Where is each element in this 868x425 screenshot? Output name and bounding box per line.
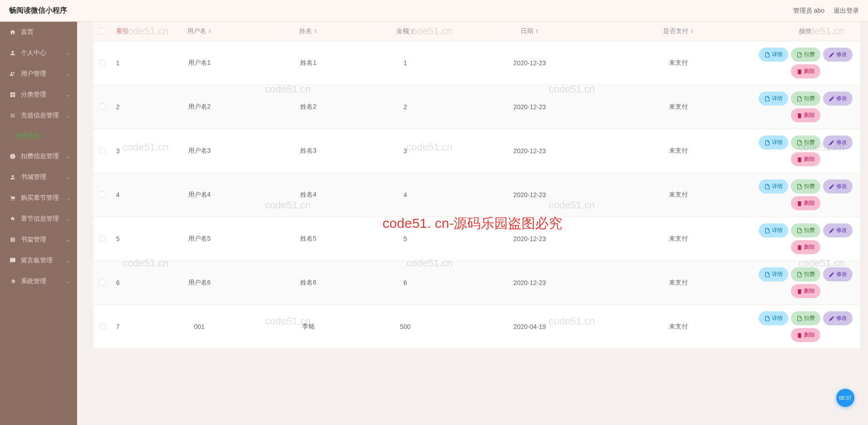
detail-button[interactable]: 详情 — [759, 135, 788, 150]
sort-icon: ▲▼ — [314, 29, 317, 34]
col-name[interactable]: 姓名▲▼ — [260, 22, 357, 41]
deduct-button[interactable]: 扣费 — [791, 311, 820, 325]
sidebar-item-home[interactable]: 首页 — [0, 22, 77, 43]
detail-button[interactable]: 详情 — [759, 223, 788, 237]
cell-username: 用户名1 — [139, 41, 260, 85]
cell-date: 2020-12-23 — [454, 129, 606, 173]
cell-paid: 未支付 — [605, 85, 751, 129]
sidebar-item-users[interactable]: 用户管理⌄ — [0, 63, 77, 84]
delete-button[interactable]: 删除 — [791, 284, 820, 298]
chevron-down-icon: ⌄ — [66, 92, 71, 98]
delete-button[interactable]: 删除 — [791, 196, 820, 210]
sidebar-item-shelf[interactable]: 书架管理⌄ — [0, 229, 77, 250]
col-action: 操作 — [751, 22, 860, 41]
detail-button[interactable]: 详情 — [759, 179, 788, 193]
message-icon — [9, 257, 16, 264]
deduct-button[interactable]: 扣费 — [791, 92, 820, 106]
cell-actions: 详情扣费修改删除 — [751, 41, 860, 85]
cell-name: 姓名4 — [260, 173, 357, 217]
sidebar-item-user[interactable]: 个人中心⌄ — [0, 43, 77, 63]
cell-amount: 1 — [357, 41, 454, 85]
timer-badge[interactable]: 00:37 — [836, 389, 854, 407]
cell-amount: 2 — [357, 85, 454, 129]
table-row: 1用户名1姓名112020-12-23未支付详情扣费修改删除 — [93, 41, 860, 85]
sidebar-item-label: 首页 — [21, 28, 34, 36]
cell-index: 4 — [112, 173, 139, 217]
row-checkbox[interactable] — [99, 147, 106, 154]
edit-button[interactable]: 修改 — [823, 179, 853, 193]
col-username[interactable]: 用户名▲▼ — [139, 22, 260, 41]
row-checkbox[interactable] — [99, 59, 106, 66]
sidebar-item-message[interactable]: 留言板管理⌄ — [0, 250, 77, 271]
sort-icon: ▲▼ — [535, 29, 539, 34]
deduct-button[interactable]: 扣费 — [791, 267, 820, 281]
cell-username: 用户名3 — [139, 129, 260, 173]
row-checkbox[interactable] — [99, 323, 106, 329]
edit-button[interactable]: 修改 — [823, 92, 853, 106]
row-checkbox[interactable] — [99, 103, 106, 110]
chevron-down-icon: ⌄ — [66, 71, 71, 77]
sidebar-item-system[interactable]: 系统管理⌄ — [0, 271, 77, 292]
recharge-icon — [9, 112, 16, 119]
sidebar-item-recharge[interactable]: 充值信息管理⌄ — [0, 105, 77, 126]
sidebar-item-cart[interactable]: 购买章节管理⌄ — [0, 188, 77, 208]
chevron-down-icon: ⌄ — [66, 153, 71, 159]
sidebar-subitem[interactable]: 充值信息 — [0, 126, 77, 146]
row-checkbox[interactable] — [99, 279, 106, 285]
deduct-button[interactable]: 扣费 — [791, 179, 820, 193]
cell-name: 姓名1 — [260, 41, 357, 85]
cell-actions: 详情扣费修改删除 — [751, 261, 860, 305]
category-icon — [9, 91, 16, 98]
home-icon — [9, 29, 16, 36]
detail-button[interactable]: 详情 — [759, 311, 788, 325]
sidebar-item-book[interactable]: 书城管理⌄ — [0, 167, 77, 188]
cell-index: 3 — [112, 129, 139, 173]
sidebar-item-label: 书城管理 — [21, 173, 46, 181]
col-date[interactable]: 日期▲▼ — [454, 22, 606, 41]
cell-username: 001 — [139, 305, 260, 349]
chevron-down-icon: ⌄ — [66, 278, 71, 285]
logout-link[interactable]: 退出登录 — [834, 7, 859, 15]
edit-button[interactable]: 修改 — [823, 223, 853, 237]
cart-icon — [9, 194, 16, 202]
chevron-down-icon: ⌄ — [66, 112, 71, 119]
delete-button[interactable]: 删除 — [791, 328, 820, 342]
cell-date: 2020-12-23 — [454, 41, 606, 85]
cell-paid: 未支付 — [605, 305, 751, 349]
edit-button[interactable]: 修改 — [823, 267, 853, 281]
cell-username: 用户名6 — [139, 261, 260, 305]
deduct-button[interactable]: 扣费 — [791, 135, 820, 150]
sidebar-item-category[interactable]: 分类管理⌄ — [0, 84, 77, 105]
edit-button[interactable]: 修改 — [823, 48, 853, 62]
select-all-checkbox[interactable] — [99, 28, 106, 34]
edit-button[interactable]: 修改 — [823, 135, 853, 150]
header: 畅阅读微信小程序 管理员 abo 退出登录 — [0, 0, 868, 22]
cell-amount: 6 — [357, 261, 454, 305]
col-paid[interactable]: 是否支付▲▼ — [605, 22, 751, 41]
row-checkbox[interactable] — [99, 191, 106, 198]
sidebar-item-deduct[interactable]: 扣费信息管理⌄ — [0, 146, 77, 167]
main-content: 索引 用户名▲▼ 姓名▲▼ 金额▲▼ 日期▲▼ 是否支付▲▼ 操作 1用户名1姓… — [77, 22, 868, 425]
cell-date: 2020-12-23 — [454, 261, 606, 305]
cell-paid: 未支付 — [605, 129, 751, 173]
app-title: 畅阅读微信小程序 — [9, 6, 67, 15]
admin-label[interactable]: 管理员 abo — [793, 7, 824, 15]
cell-actions: 详情扣费修改删除 — [751, 173, 860, 217]
delete-button[interactable]: 删除 — [791, 240, 820, 254]
delete-button[interactable]: 删除 — [791, 64, 820, 78]
deduct-button[interactable]: 扣费 — [791, 223, 820, 237]
detail-button[interactable]: 详情 — [759, 267, 788, 281]
deduct-button[interactable]: 扣费 — [791, 48, 820, 62]
delete-button[interactable]: 删除 — [791, 152, 820, 166]
cell-amount: 5 — [357, 217, 454, 261]
col-amount[interactable]: 金额▲▼ — [357, 22, 454, 41]
detail-button[interactable]: 详情 — [759, 48, 788, 62]
row-checkbox[interactable] — [99, 235, 106, 241]
cell-date: 2020-12-23 — [454, 217, 606, 261]
delete-button[interactable]: 删除 — [791, 108, 820, 122]
user-icon — [9, 49, 16, 57]
sidebar-item-chapter[interactable]: 章节信息管理⌄ — [0, 208, 77, 229]
detail-button[interactable]: 详情 — [759, 92, 788, 106]
col-index[interactable]: 索引 — [112, 22, 139, 41]
edit-button[interactable]: 修改 — [823, 311, 853, 325]
